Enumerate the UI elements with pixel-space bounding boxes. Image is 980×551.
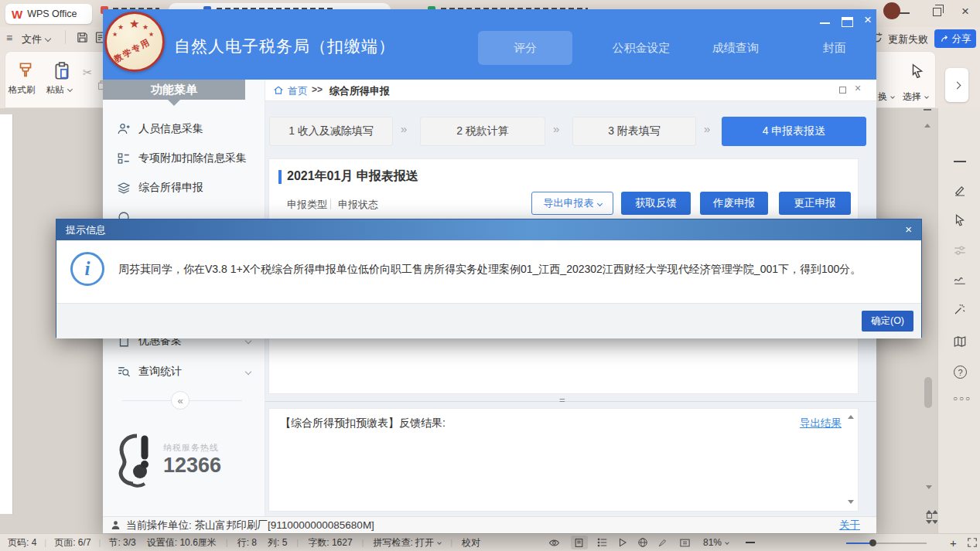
sidebar-item-query-statistics[interactable]: 查询统计 [103,362,265,382]
panel-scroll-up-icon[interactable] [848,415,854,419]
prev-page-icon[interactable] [926,498,938,510]
breadcrumb-home[interactable]: 首页 [288,84,308,98]
nav-rating[interactable]: 评分 [478,31,572,65]
wps-minimize-icon[interactable] [900,12,910,14]
breadcrumb-current: 综合所得申报 [330,84,390,98]
feedback-panel: 【综合所得预扣预缴表】反馈结果: 导出结果 [268,408,859,512]
step-3-schedules[interactable]: 3 附表填写 [572,117,696,146]
sidebar-item-special-deduction[interactable]: 专项附加扣除信息采集 [103,148,265,168]
feedback-title: 【综合所得预扣预缴表】反馈结果: [280,417,446,430]
home-icon [273,85,284,96]
export-declaration-button[interactable]: 导出申报表 [531,192,613,215]
status-proofread[interactable]: 校对 [462,536,480,549]
map-book-icon[interactable] [953,335,967,349]
zoom-slider-handle[interactable] [869,539,876,546]
declare-type-label: 申报类型 [287,198,327,212]
scroll-down-icon[interactable] [926,485,932,489]
select-browse-object-icon[interactable] [927,513,932,519]
zoom-in-icon[interactable]: + [950,536,957,549]
correct-declaration-button[interactable]: 更正申报 [779,192,851,215]
splitter-handle[interactable]: = [559,394,565,406]
signature-icon[interactable] [953,273,967,287]
person-add-icon [117,122,131,136]
export-results-link[interactable]: 导出结果 [800,417,842,430]
zoom-out-icon[interactable] [746,542,755,543]
magic-wand-icon[interactable] [953,302,967,316]
seal-text: 教学专用 [112,36,153,66]
save-icon[interactable] [76,31,89,44]
play-view-icon[interactable] [617,537,628,548]
status-line: 行: 8 [237,536,257,549]
ribbon-expand-button[interactable] [945,68,968,102]
help-icon[interactable]: ? [954,366,967,379]
step-1-income[interactable]: 1 收入及减除填写 [269,117,393,146]
share-button[interactable]: 分享 [934,29,976,48]
page-view-icon[interactable] [571,536,588,549]
fit-page-icon[interactable] [679,537,691,549]
divider [65,30,66,44]
paste-button[interactable]: 粘贴 [49,61,74,96]
grid-list-icon [117,151,131,165]
dialog-message: 周芬萁同学，你在V3.8 1+X个税综合所得申报单位低价向职工售房所得实务处理案… [118,263,861,277]
web-view-icon[interactable] [637,537,648,548]
nav-score-query[interactable]: 成绩查询 [697,31,774,65]
cut-icon[interactable]: ✂ [83,66,93,80]
step-separator: » [553,122,559,135]
sliders-icon[interactable] [953,243,967,257]
hamburger-icon[interactable]: ≡ [6,32,12,44]
chevron-down-icon [245,338,251,344]
step-2-tax-calc[interactable]: 2 税款计算 [420,117,545,146]
step-4-submit[interactable]: 4 申报表报送 [722,117,866,146]
outline-view-icon[interactable] [597,537,608,548]
status-page: 页面: 6/7 [54,536,90,549]
status-word-count: 字数: 1627 [308,536,352,549]
tab-close-icon[interactable]: × [855,82,861,94]
convert-menu[interactable]: 换 [878,90,894,104]
pen-tool-icon[interactable] [953,184,967,198]
nav-cover[interactable]: 封面 [796,31,873,65]
ink-pen-icon[interactable] [657,537,668,548]
document-page-edge [0,114,13,514]
about-link[interactable]: 关于 [839,519,860,532]
tab-maximize-icon[interactable] [839,87,846,94]
wps-restore-icon[interactable] [933,8,941,16]
zoom-level[interactable]: 81% [703,537,729,548]
invalidate-declaration-button[interactable]: 作废申报 [700,192,768,215]
status-spellcheck[interactable]: 拼写检查: 打开 [373,536,441,549]
avatar[interactable] [883,2,900,19]
panel-scroll-down-icon[interactable] [848,500,854,504]
tax-minimize-icon[interactable] [820,22,830,24]
minus-tool-icon[interactable] [954,161,966,162]
splitter[interactable] [265,401,876,402]
cursor-tool-icon[interactable] [909,63,926,80]
tax-maximize-icon[interactable] [842,17,853,27]
sidebar-header-notch [168,100,180,106]
get-feedback-button[interactable]: 获取反馈 [621,192,691,215]
cursor-select-icon[interactable] [953,213,967,227]
dialog-close-icon[interactable]: × [905,223,912,236]
seal-star-icon: ★ [149,31,154,38]
select-menu[interactable]: 选择 [903,90,928,104]
sidebar-item-personnel[interactable]: 人员信息采集 [103,119,265,139]
prompt-dialog: 提示信息 × i 周芬萁同学，你在V3.8 1+X个税综合所得申报单位低价向职工… [56,219,922,338]
scroll-up-icon[interactable] [924,124,930,128]
wps-logo: W [12,8,22,21]
ruler-toggle-icon[interactable] [924,109,931,111]
wps-side-toolbar: ? ○○○ [937,108,980,533]
tax-close-icon[interactable]: × [864,12,872,28]
clipboard-icon [52,61,72,81]
sidebar-collapse-button[interactable]: « [171,391,190,410]
share-icon [940,34,950,44]
fullscreen-icon[interactable] [967,537,978,548]
seal-star-icon: ★ [142,23,149,31]
wps-app-button[interactable]: W WPS Office [5,4,92,24]
sidebar-item-comprehensive-income[interactable]: 综合所得申报 [103,178,265,198]
file-menu[interactable]: 文件 [22,32,50,46]
wps-close-icon[interactable]: × [961,4,969,19]
more-tools-icon[interactable]: ○○○ [953,394,971,403]
nav-housing-fund[interactable]: 公积金设定 [603,31,680,65]
format-painter-button[interactable]: 格式刷 [12,61,39,96]
read-aloud-icon[interactable] [548,537,560,549]
scrollbar-thumb[interactable] [924,377,932,408]
dialog-ok-button[interactable]: 确定(O) [862,311,913,332]
